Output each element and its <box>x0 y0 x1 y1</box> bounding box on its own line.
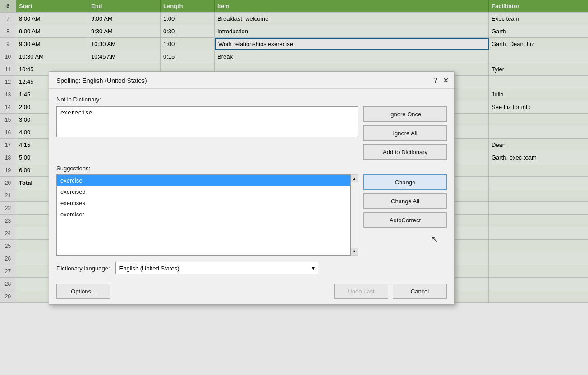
dict-lang-select-wrapper[interactable]: English (United States) <box>115 262 318 274</box>
suggestion-item-exercises[interactable]: exercises <box>57 197 350 209</box>
suggestions-label: Suggestions: <box>56 165 447 172</box>
scroll-up-arrow[interactable]: ▲ <box>351 175 358 182</box>
spelling-dialog: Spelling: English (United States) ? ✕ No… <box>49 71 455 305</box>
lang-row: Dictionary language: English (United Sta… <box>56 262 447 274</box>
dialog-body: Not in Dictionary: Ignore Once Ignore Al… <box>49 89 454 304</box>
ignore-all-button[interactable]: Ignore All <box>363 125 447 141</box>
suggestions-scrollbar[interactable]: ▲ ▼ <box>351 174 358 256</box>
add-to-dictionary-button[interactable]: Add to Dictionary <box>363 144 447 160</box>
suggestions-list[interactable]: exercise exercised exercises exerciser <box>56 174 351 256</box>
undo-last-button[interactable]: Undo Last <box>334 284 388 299</box>
cancel-button[interactable]: Cancel <box>393 284 447 299</box>
scroll-down-arrow[interactable]: ▼ <box>351 248 358 255</box>
options-button[interactable]: Options... <box>56 284 110 299</box>
ignore-once-button[interactable]: Ignore Once <box>363 106 447 122</box>
bottom-left-buttons: Options... <box>56 284 110 299</box>
dialog-titlebar: Spelling: English (United States) ? ✕ <box>49 72 454 89</box>
dict-lang-select[interactable]: English (United States) <box>115 262 318 274</box>
bottom-buttons: Options... Undo Last Cancel <box>56 282 447 299</box>
bottom-right-buttons: Undo Last Cancel <box>334 284 447 299</box>
right-buttons: Ignore Once Ignore All Add to Dictionary <box>363 106 447 160</box>
suggestion-item-exercised[interactable]: exercised <box>57 186 350 197</box>
dialog-title: Spelling: English (United States) <box>56 77 147 84</box>
suggestion-item-exerciser[interactable]: exerciser <box>57 209 350 220</box>
not-in-dict-label: Not in Dictionary: <box>56 96 447 103</box>
not-in-dict-input[interactable] <box>56 106 358 137</box>
action-buttons: Change Change All AutoCorrect <box>363 174 447 228</box>
suggestion-item-exercise[interactable]: exercise <box>57 175 350 186</box>
not-in-dict-row: Ignore Once Ignore All Add to Dictionary <box>56 106 447 160</box>
dict-lang-label: Dictionary language: <box>56 265 110 272</box>
change-all-button[interactable]: Change All <box>363 193 447 209</box>
dialog-controls: ? ✕ <box>433 76 449 85</box>
suggestions-row: exercise exercised exercises exerciser ▲… <box>56 174 447 256</box>
close-button[interactable]: ✕ <box>443 76 449 85</box>
change-button[interactable]: Change <box>363 174 447 190</box>
help-button[interactable]: ? <box>433 77 437 85</box>
autocorrect-button[interactable]: AutoCorrect <box>363 212 447 228</box>
spreadsheet: 6 Start End Length Item Facilitator 7 8:… <box>0 0 588 375</box>
